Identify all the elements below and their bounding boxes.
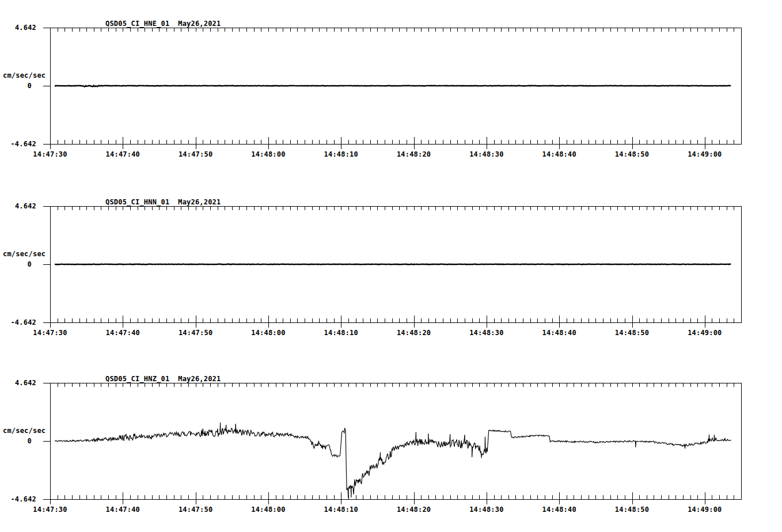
y-unit-label: cm/sec/sec xyxy=(3,427,45,435)
x-tick-label: 14:48:30 xyxy=(464,150,510,158)
x-tick-label: 14:48:00 xyxy=(245,150,291,158)
x-tick-label: 14:48:10 xyxy=(318,506,364,514)
y-unit-label: cm/sec/sec xyxy=(3,250,45,258)
x-tick-label: 14:48:40 xyxy=(536,150,582,158)
y-max-label: 4.642 xyxy=(0,202,36,210)
y-zero-label: 0 xyxy=(0,260,32,268)
x-tick-label: 14:48:40 xyxy=(536,506,582,514)
y-min-label: -4.642 xyxy=(0,318,36,326)
x-tick-label: 14:47:50 xyxy=(173,506,219,514)
panel-title: QSD05_CI_HNZ_01 May26,2021 xyxy=(105,375,221,383)
x-tick-label: 14:48:20 xyxy=(391,329,437,337)
x-tick-label: 14:47:40 xyxy=(100,150,146,158)
y-min-label: -4.642 xyxy=(0,495,36,503)
x-tick-label: 14:47:40 xyxy=(100,329,146,337)
seismogram-display: QSD05_CI_HNE_01 May26,2021 4.642 cm/sec/… xyxy=(0,0,782,532)
y-unit-label: cm/sec/sec xyxy=(3,71,45,79)
x-tick-label: 14:48:50 xyxy=(609,150,655,158)
seismogram-panel-hnz: QSD05_CI_HNZ_01 May26,2021 4.642 cm/sec/… xyxy=(0,355,782,532)
x-tick-label: 14:48:00 xyxy=(245,506,291,514)
x-tick-label: 14:47:30 xyxy=(27,329,73,337)
waveform-trace-qsd05_ci_hnz_01 xyxy=(55,423,731,498)
y-max-label: 4.642 xyxy=(0,24,36,32)
x-tick-label: 14:48:20 xyxy=(391,506,437,514)
x-tick-label: 14:48:10 xyxy=(318,150,364,158)
x-tick-label: 14:48:00 xyxy=(245,329,291,337)
axis-and-ticks xyxy=(43,206,742,328)
x-tick-label: 14:47:30 xyxy=(27,506,73,514)
x-tick-label: 14:48:40 xyxy=(536,329,582,337)
seismogram-panel-hne: QSD05_CI_HNE_01 May26,2021 4.642 cm/sec/… xyxy=(0,0,782,178)
waveform-trace-qsd05_ci_hne_01 xyxy=(55,86,731,87)
x-tick-label: 14:47:30 xyxy=(27,150,73,158)
x-tick-label: 14:48:10 xyxy=(318,329,364,337)
x-tick-label: 14:48:50 xyxy=(609,329,655,337)
panel-title: QSD05_CI_HNE_01 May26,2021 xyxy=(105,20,221,28)
x-tick-label: 14:49:00 xyxy=(682,329,728,337)
axis-and-ticks xyxy=(43,28,742,149)
seismogram-panel-hnn: QSD05_CI_HNN_01 May26,2021 4.642 cm/sec/… xyxy=(0,178,782,357)
x-tick-label: 14:48:20 xyxy=(391,150,437,158)
x-tick-label: 14:48:30 xyxy=(464,506,510,514)
x-tick-label: 14:49:00 xyxy=(682,150,728,158)
waveform-trace-qsd05_ci_hnn_01 xyxy=(55,264,731,265)
x-tick-label: 14:48:50 xyxy=(609,506,655,514)
x-tick-label: 14:47:50 xyxy=(173,150,219,158)
panel-title: QSD05_CI_HNN_01 May26,2021 xyxy=(105,198,221,206)
x-tick-label: 14:47:50 xyxy=(173,329,219,337)
y-min-label: -4.642 xyxy=(0,140,36,148)
y-zero-label: 0 xyxy=(0,82,32,90)
x-tick-label: 14:47:40 xyxy=(100,506,146,514)
x-tick-label: 14:48:30 xyxy=(464,329,510,337)
y-max-label: 4.642 xyxy=(0,379,36,387)
x-tick-label: 14:49:00 xyxy=(682,506,728,514)
y-zero-label: 0 xyxy=(0,437,32,445)
axis-and-ticks xyxy=(43,383,742,504)
